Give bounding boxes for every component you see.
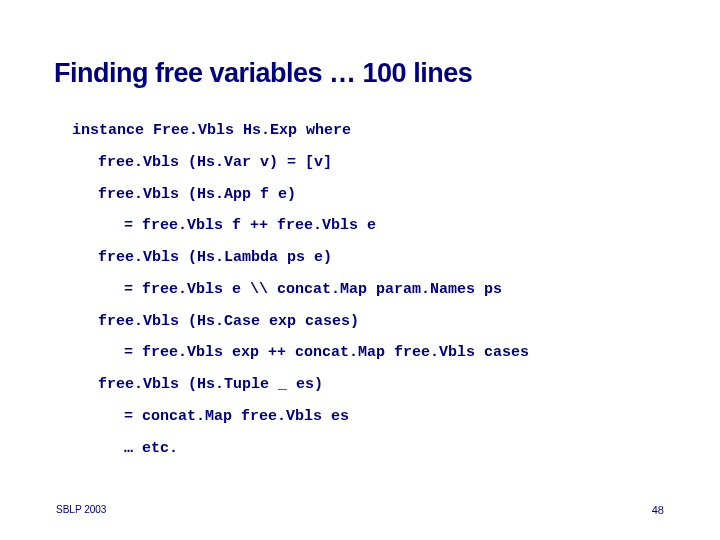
code-line: free.Vbls (Hs.Tuple _ es) bbox=[72, 377, 720, 393]
code-line: free.Vbls (Hs.App f e) bbox=[72, 187, 720, 203]
code-line: = concat.Map free.Vbls es bbox=[72, 409, 720, 425]
code-line: free.Vbls (Hs.Case exp cases) bbox=[72, 314, 720, 330]
footer-page-number: 48 bbox=[652, 504, 664, 516]
code-line: = free.Vbls exp ++ concat.Map free.Vbls … bbox=[72, 345, 720, 361]
code-block: instance Free.Vbls Hs.Exp where free.Vbl… bbox=[0, 89, 720, 456]
code-line: = free.Vbls f ++ free.Vbls e bbox=[72, 218, 720, 234]
code-line: free.Vbls (Hs.Lambda ps e) bbox=[72, 250, 720, 266]
code-line: instance Free.Vbls Hs.Exp where bbox=[72, 123, 720, 139]
slide-footer: SBLP 2003 48 bbox=[0, 504, 720, 516]
footer-conference: SBLP 2003 bbox=[56, 504, 106, 516]
code-line: free.Vbls (Hs.Var v) = [v] bbox=[72, 155, 720, 171]
code-line: … etc. bbox=[72, 441, 720, 457]
slide-title: Finding free variables … 100 lines bbox=[0, 0, 720, 89]
code-line: = free.Vbls e \\ concat.Map param.Names … bbox=[72, 282, 720, 298]
